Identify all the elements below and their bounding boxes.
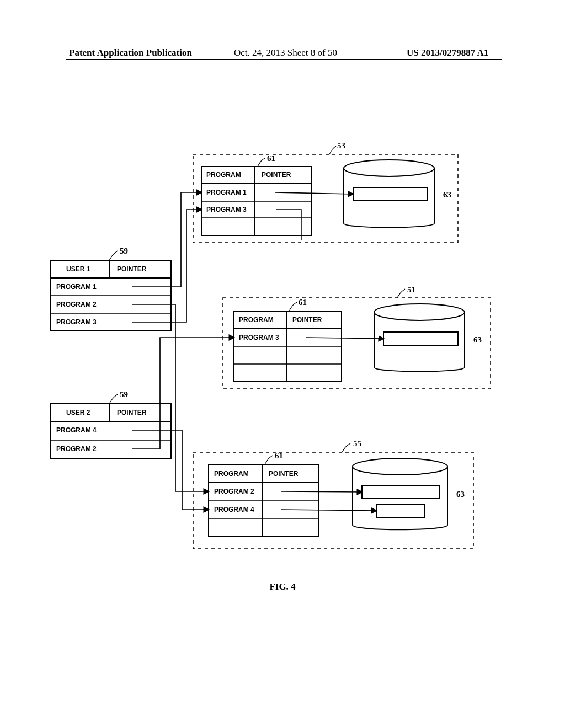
figure-caption: FIG. 4	[0, 581, 565, 592]
svg-point-20	[374, 304, 465, 320]
cell-program-1: PROGRAM 1	[206, 189, 247, 196]
ref-61-mid: 61	[299, 298, 307, 307]
svg-point-33	[353, 458, 447, 475]
svg-rect-21	[383, 332, 458, 345]
svg-point-6	[344, 160, 434, 176]
svg-line-8	[275, 192, 353, 194]
table-61-server-53: PROGRAM POINTER PROGRAM 1 PROGRAM 3 61	[201, 154, 312, 235]
u2-row-program2: PROGRAM 2	[56, 445, 97, 453]
ref-61-top: 61	[267, 154, 275, 163]
ref-63-bot: 63	[456, 490, 465, 499]
server-51-group: 51 PROGRAM POINTER PROGRAM 3 61 63	[223, 285, 491, 389]
ref-63-mid: 63	[473, 335, 482, 344]
table-header-program: PROGRAM	[206, 171, 241, 179]
svg-line-36	[281, 491, 362, 492]
u1-row-program3: PROGRAM 3	[56, 318, 97, 326]
svg-rect-34	[362, 485, 439, 499]
table-61-server-55: PROGRAM POINTER PROGRAM 2 PROGRAM 4 61	[209, 451, 319, 536]
header-user1: USER 1	[66, 265, 90, 273]
t55-program2: PROGRAM 2	[214, 488, 254, 495]
database-63-server-55: 63	[353, 458, 465, 529]
table-header-pointer: POINTER	[262, 171, 291, 179]
t55-header-pointer: POINTER	[269, 470, 299, 478]
header-pointer-u2: POINTER	[117, 409, 147, 416]
database-63-server-53: 63	[344, 160, 451, 228]
header-pointer-u1: POINTER	[117, 265, 147, 273]
t51-header-program: PROGRAM	[239, 316, 274, 324]
t55-header-program: PROGRAM	[214, 470, 249, 478]
page: Patent Application Publication Oct. 24, …	[0, 0, 565, 728]
ref-55: 55	[353, 439, 361, 448]
figure-4-svg: 53 PROGRAM POINTER PROGRAM 1 PROGRAM 3 6…	[0, 0, 565, 728]
svg-line-37	[281, 510, 376, 511]
database-63-server-51: 63	[374, 304, 482, 372]
svg-line-22	[306, 338, 383, 339]
ref-63-top: 63	[443, 190, 451, 199]
svg-rect-7	[353, 188, 428, 201]
ref-61-bot: 61	[275, 451, 283, 460]
u1-row-program2: PROGRAM 2	[56, 301, 97, 308]
server-55-group: 55 PROGRAM POINTER PROGRAM 2 PROGRAM 4 6…	[193, 439, 473, 549]
ref-51: 51	[407, 285, 415, 294]
cell-program-3: PROGRAM 3	[206, 206, 247, 213]
ref-59-user1: 59	[120, 247, 128, 255]
ref-53: 53	[337, 141, 345, 150]
svg-rect-35	[376, 504, 425, 517]
u2-row-program4: PROGRAM 4	[56, 426, 97, 434]
header-user2: USER 2	[66, 409, 90, 416]
t51-header-pointer: POINTER	[292, 316, 322, 324]
u1-row-program1: PROGRAM 1	[56, 283, 97, 291]
server-53-group: 53 PROGRAM POINTER PROGRAM 1 PROGRAM 3 6…	[193, 141, 458, 243]
ref-59-user2: 59	[120, 390, 128, 399]
user1-table-59: USER 1 POINTER PROGRAM 1 PROGRAM 2 PROGR…	[51, 247, 171, 331]
t55-program4: PROGRAM 4	[214, 506, 254, 513]
t51-program3: PROGRAM 3	[239, 334, 279, 341]
table-61-server-51: PROGRAM POINTER PROGRAM 3 61	[234, 298, 342, 382]
